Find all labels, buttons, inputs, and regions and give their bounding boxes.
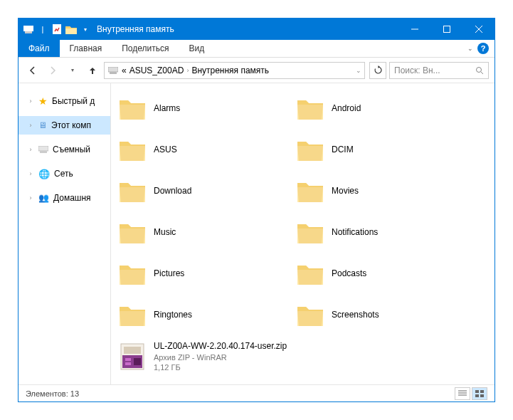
sidebar-item-label: Быстрый д <box>52 96 95 106</box>
ribbon-expand-icon[interactable]: ⌄ <box>467 45 473 52</box>
sidebar-item-network[interactable]: › 🌐 Сеть <box>18 164 110 183</box>
svg-rect-8 <box>110 72 117 74</box>
sidebar-item-label: Этот комп <box>51 120 91 130</box>
qat-separator: | <box>37 23 48 35</box>
folder-item[interactable]: Android <box>296 93 474 125</box>
nav-recent-dropdown[interactable]: ▾ <box>64 62 81 79</box>
qat-dropdown-icon[interactable]: ▾ <box>80 23 91 35</box>
sidebar-item-homegroup[interactable]: › 👥 Домашня <box>18 189 110 207</box>
explorer-window: | ▾ Внутренняя память Файл Главная Под <box>18 18 495 402</box>
expand-icon[interactable]: › <box>27 122 34 129</box>
svg-rect-0 <box>23 26 33 31</box>
qat-device-icon[interactable] <box>23 23 34 35</box>
folder-item[interactable]: ASUS <box>118 135 296 166</box>
svg-line-10 <box>481 72 483 74</box>
nav-back-button[interactable] <box>24 62 41 79</box>
ribbon-tab-home[interactable]: Главная <box>60 40 112 57</box>
svg-rect-24 <box>475 394 479 397</box>
window-title: Внутренняя память <box>97 24 398 34</box>
breadcrumb-device-icon <box>107 65 119 76</box>
svg-rect-22 <box>475 390 479 393</box>
svg-rect-18 <box>134 358 141 365</box>
folder-item[interactable]: Movies <box>296 176 474 207</box>
view-details-button[interactable] <box>455 387 470 400</box>
breadcrumb[interactable]: « ASUS_Z00AD › Внутренняя память ⌄ <box>104 62 365 79</box>
svg-rect-1 <box>25 31 32 33</box>
breadcrumb-dropdown-icon[interactable]: ⌄ <box>356 67 361 74</box>
file-size: 1,12 ГБ <box>154 362 287 372</box>
file-item-zip[interactable]: UL-Z00A-WW-2.20.40.174-user.zipАрхив ZIP… <box>118 341 474 372</box>
breadcrumb-part-1[interactable]: Внутренняя память <box>191 65 269 75</box>
folder-item[interactable]: Podcasts <box>296 258 474 290</box>
folder-item[interactable]: Screenshots <box>296 300 474 331</box>
folder-item[interactable]: Ringtones <box>118 300 296 331</box>
sidebar-item-label: Сеть <box>54 169 73 179</box>
maximize-button[interactable] <box>430 19 462 40</box>
drive-icon <box>38 146 48 153</box>
sidebar-item-label: Домашня <box>53 193 91 203</box>
search-placeholder: Поиск: Вн... <box>394 65 472 75</box>
svg-rect-23 <box>480 390 484 393</box>
chevron-right-icon[interactable]: › <box>186 67 189 74</box>
status-bar: Элементов: 13 <box>18 384 495 401</box>
status-item-count: Элементов: 13 <box>26 389 79 398</box>
breadcrumb-part-0[interactable]: ASUS_Z00AD <box>129 65 184 75</box>
folder-item[interactable]: Music <box>118 217 296 248</box>
sidebar: › ★ Быстрый д › 🖥 Этот комп › Съемный › … <box>18 83 111 384</box>
titlebar: | ▾ Внутренняя память <box>18 19 495 40</box>
folder-label: Screenshots <box>332 310 379 321</box>
expand-icon[interactable]: › <box>27 194 34 201</box>
breadcrumb-prefix: « <box>122 65 127 75</box>
folder-item[interactable]: Alarms <box>118 93 296 125</box>
folder-item[interactable]: DCIM <box>296 135 474 166</box>
nav-forward-button[interactable] <box>44 62 61 79</box>
expand-icon[interactable]: › <box>27 170 34 177</box>
svg-rect-4 <box>443 26 450 33</box>
svg-rect-16 <box>125 358 131 361</box>
help-icon[interactable]: ? <box>477 43 489 54</box>
explorer-body: › ★ Быстрый д › 🖥 Этот комп › Съемный › … <box>18 83 495 384</box>
ribbon-tab-view[interactable]: Вид <box>179 40 214 57</box>
minimize-button[interactable] <box>398 19 430 40</box>
nav-up-button[interactable] <box>84 62 101 79</box>
ribbon-file-tab[interactable]: Файл <box>18 40 60 57</box>
view-icons-button[interactable] <box>472 387 487 400</box>
folder-item[interactable]: Notifications <box>296 217 474 248</box>
folder-label: Notifications <box>332 227 378 238</box>
search-icon <box>475 66 484 75</box>
sidebar-item-label: Съемный <box>53 145 90 154</box>
sidebar-item-removable[interactable]: › Съемный <box>18 140 110 159</box>
file-pane[interactable]: AlarmsAndroidASUSDCIMDownloadMoviesMusic… <box>111 83 495 384</box>
folder-label: ASUS <box>154 145 177 156</box>
svg-rect-25 <box>480 394 484 397</box>
svg-rect-14 <box>124 347 141 354</box>
ribbon: Файл Главная Поделиться Вид ⌄ ? <box>18 40 495 58</box>
address-bar: ▾ « ASUS_Z00AD › Внутренняя память ⌄ Пои… <box>18 58 495 83</box>
star-icon: ★ <box>38 95 48 107</box>
qat-folder-icon[interactable] <box>65 23 77 35</box>
qat-properties-icon[interactable] <box>51 23 63 35</box>
svg-rect-17 <box>125 362 131 365</box>
folder-label: Movies <box>332 186 359 197</box>
folder-label: Podcasts <box>332 268 366 280</box>
expand-icon[interactable]: › <box>27 98 34 105</box>
folder-label: Alarms <box>154 103 180 115</box>
svg-rect-7 <box>108 67 118 72</box>
search-input[interactable]: Поиск: Вн... <box>389 62 489 79</box>
folder-label: Ringtones <box>154 310 192 321</box>
refresh-button[interactable] <box>369 62 386 79</box>
folder-label: Music <box>154 227 176 238</box>
close-button[interactable] <box>462 19 495 40</box>
folder-label: DCIM <box>332 145 354 156</box>
expand-icon[interactable]: › <box>27 146 34 153</box>
file-name: UL-Z00A-WW-2.20.40.174-user.zip <box>154 341 287 352</box>
sidebar-item-quickaccess[interactable]: › ★ Быстрый д <box>18 92 110 110</box>
ribbon-tab-share[interactable]: Поделиться <box>112 40 179 57</box>
sidebar-item-thispc[interactable]: › 🖥 Этот комп <box>18 116 110 135</box>
svg-rect-11 <box>38 146 48 151</box>
folder-item[interactable]: Download <box>118 176 296 207</box>
folder-item[interactable]: Pictures <box>118 258 296 290</box>
pc-icon: 🖥 <box>38 120 47 130</box>
svg-point-9 <box>477 67 482 72</box>
homegroup-icon: 👥 <box>38 193 49 203</box>
